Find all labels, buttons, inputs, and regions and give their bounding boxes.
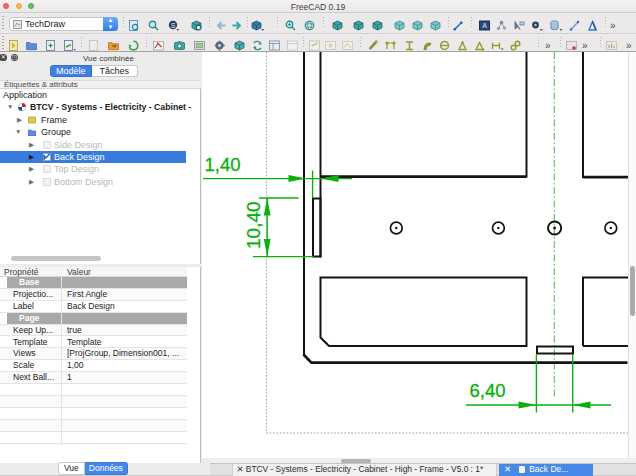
- svg-text:10,40: 10,40: [243, 201, 264, 249]
- svg-text:A: A: [482, 22, 487, 29]
- svg-text:S: S: [171, 22, 176, 29]
- svg-text:»: »: [582, 40, 588, 51]
- svg-text:1,40: 1,40: [205, 154, 241, 175]
- svg-text:»: »: [545, 40, 551, 51]
- svg-text:»: »: [610, 20, 616, 31]
- svg-text:»: »: [626, 40, 632, 51]
- svg-text:6,40: 6,40: [470, 380, 506, 401]
